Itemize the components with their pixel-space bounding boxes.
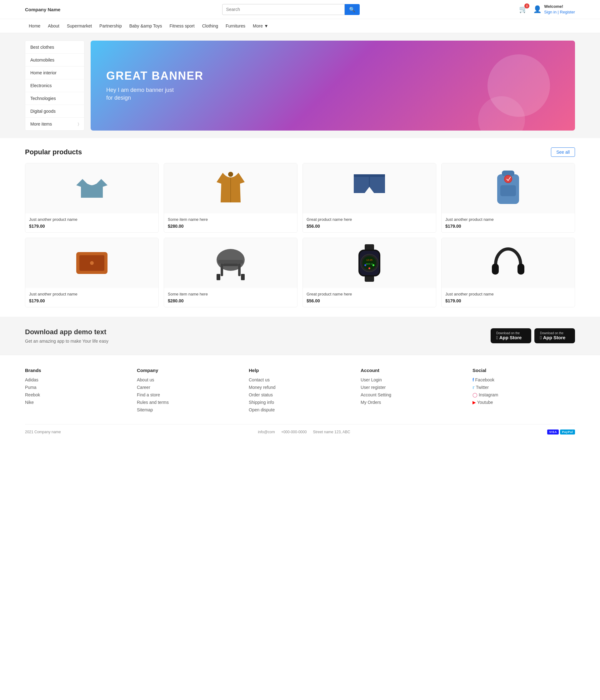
product-card-8[interactable]: Just another product name $179.00	[441, 238, 575, 307]
footer-account-setting[interactable]: Account Setting	[361, 392, 463, 397]
product-name-2: Some item name here	[168, 217, 293, 222]
header: Company Name 🔍 🛒 0 👤 Welcome! Sign in | …	[0, 0, 600, 19]
svg-text:MON 14: MON 14	[366, 263, 373, 265]
footer-company-store[interactable]: Find a store	[137, 392, 239, 397]
footer-account-login[interactable]: User Login	[361, 377, 463, 382]
chevron-right-icon: 〉	[78, 122, 79, 126]
footer-account-register[interactable]: User register	[361, 385, 463, 390]
product-price-1: $179.00	[29, 224, 155, 229]
sidebar-item-electronics[interactable]: Electronics	[25, 79, 84, 92]
search-button[interactable]: 🔍	[345, 4, 360, 15]
sidebar-item-technologies[interactable]: Technologies	[25, 92, 84, 105]
twitter-icon: 𝕣	[473, 385, 475, 390]
see-all-button[interactable]: See all	[551, 147, 575, 157]
product-image-4	[441, 164, 575, 213]
footer-brand-reebok[interactable]: Reebok	[25, 392, 127, 397]
product-price-4: $179.00	[445, 224, 571, 229]
sidebar-item-digital-goods[interactable]: Digital goods	[25, 105, 84, 118]
product-image-1	[25, 164, 159, 213]
footer-company-about[interactable]: About us	[137, 377, 239, 382]
product-card-5[interactable]: Just another product name $179.00	[25, 238, 159, 307]
product-card-6[interactable]: Some item name here $280.00	[164, 238, 297, 307]
nav-supermarket[interactable]: Supermarket	[63, 19, 96, 33]
product-name-8: Just another product name	[445, 292, 571, 296]
nav-fitness[interactable]: Fitness sport	[166, 19, 198, 33]
footer-help-dispute[interactable]: Open dispute	[249, 407, 351, 412]
sidebar: Best clothes Automobiles Home interior E…	[25, 41, 85, 130]
footer-social-facebook[interactable]: f Facebook	[473, 377, 575, 382]
cart-badge: 0	[524, 3, 529, 8]
footer-brand-nike[interactable]: Nike	[25, 400, 127, 405]
svg-rect-11	[218, 260, 243, 264]
svg-rect-5	[500, 185, 516, 196]
company-logo[interactable]: Company Name	[25, 7, 63, 12]
nav-more[interactable]: More ▼	[249, 19, 272, 33]
cart-button[interactable]: 🛒 0	[519, 5, 528, 14]
nav-partnership[interactable]: Partnership	[96, 19, 126, 33]
svg-rect-13	[238, 264, 241, 276]
sidebar-item-best-clothes[interactable]: Best clothes	[25, 41, 84, 54]
nav-furnitures[interactable]: Furnitures	[222, 19, 249, 33]
svg-rect-12	[221, 264, 223, 276]
footer-brands: Brands Adidas Puma Reebok Nike	[25, 368, 127, 415]
svg-text:12:45: 12:45	[366, 259, 373, 261]
product-card-1[interactable]: Just another product name $179.00	[25, 163, 159, 233]
footer-company-title: Company	[137, 368, 239, 373]
sidebar-item-more-items[interactable]: More items 〉	[25, 118, 84, 130]
svg-rect-15	[217, 274, 220, 280]
product-image-3	[303, 164, 436, 213]
product-image-7: 12:45 MON 14	[303, 238, 436, 288]
nav-baby-toys[interactable]: Baby &amp Toys	[126, 19, 166, 33]
footer-help-contact[interactable]: Contact us	[249, 377, 351, 382]
sidebar-item-automobiles[interactable]: Automobiles	[25, 54, 84, 67]
footer-brand-adidas[interactable]: Adidas	[25, 377, 127, 382]
footer-columns: Brands Adidas Puma Reebok Nike Company A…	[25, 368, 575, 415]
app-store-button-2[interactable]: Download on the  App Store	[534, 328, 575, 343]
app-text: Download app demo text Get an amazing ap…	[25, 328, 109, 344]
footer-social-youtube[interactable]: ▶ Youtube	[473, 400, 575, 405]
nav-clothing[interactable]: Clothing	[198, 19, 222, 33]
footer-company-career[interactable]: Career	[137, 385, 239, 390]
paypal-icon: PayPal	[560, 429, 575, 434]
footer-help-shipping[interactable]: Shipping info	[249, 400, 351, 405]
hero-banner[interactable]: GREAT BANNER Hey I am demo banner justfo…	[91, 41, 575, 130]
product-card-3[interactable]: Great product name here $56.00	[303, 163, 436, 233]
svg-point-0	[228, 172, 233, 177]
app-store-button-1[interactable]: Download on the  App Store	[490, 328, 531, 343]
user-area[interactable]: 👤 Welcome! Sign in | Register	[533, 4, 575, 15]
nav-home[interactable]: Home	[25, 19, 44, 33]
youtube-icon: ▶	[473, 400, 476, 405]
footer-company-rules[interactable]: Rules and terms	[137, 400, 239, 405]
nav-about[interactable]: About	[44, 19, 63, 33]
product-info-4: Just another product name $179.00	[441, 213, 575, 232]
product-image-5	[25, 238, 159, 288]
product-card-7[interactable]: 12:45 MON 14 Great product name here $56…	[303, 238, 436, 307]
footer-email: info@com	[258, 430, 275, 434]
sidebar-item-home-interior[interactable]: Home interior	[25, 67, 84, 79]
chevron-down-icon: ▼	[264, 23, 268, 28]
product-price-8: $179.00	[445, 298, 571, 303]
sign-in-register-link[interactable]: Sign in | Register	[544, 10, 575, 15]
footer-help: Help Contact us Money refund Order statu…	[249, 368, 351, 415]
product-info-2: Some item name here $280.00	[164, 213, 297, 232]
product-name-1: Just another product name	[29, 217, 155, 222]
footer-help-order[interactable]: Order status	[249, 392, 351, 397]
footer-help-refund[interactable]: Money refund	[249, 385, 351, 390]
app-subtitle: Get an amazing app to make Your life eas…	[25, 339, 109, 344]
search-input[interactable]	[222, 4, 345, 15]
visa-icon: VISA	[547, 429, 559, 434]
footer-brand-puma[interactable]: Puma	[25, 385, 127, 390]
product-card-2[interactable]: Some item name here $280.00	[164, 163, 297, 233]
product-name-3: Great product name here	[307, 217, 432, 222]
footer-company-sitemap[interactable]: Sitemap	[137, 407, 239, 412]
footer-social-instagram[interactable]: ◯ Instagram	[473, 392, 575, 397]
product-card-4[interactable]: Just another product name $179.00	[441, 163, 575, 233]
footer-brands-title: Brands	[25, 368, 127, 373]
footer-bottom: 2021 Company name info@com +000-000-0000…	[25, 424, 575, 434]
facebook-icon: f	[473, 377, 474, 382]
footer-social-twitter[interactable]: 𝕣 Twitter	[473, 385, 575, 390]
footer-phone: +000-000-0000	[281, 430, 307, 434]
svg-point-27	[373, 264, 375, 266]
footer-account-orders[interactable]: My Orders	[361, 400, 463, 405]
product-price-7: $56.00	[307, 298, 432, 303]
